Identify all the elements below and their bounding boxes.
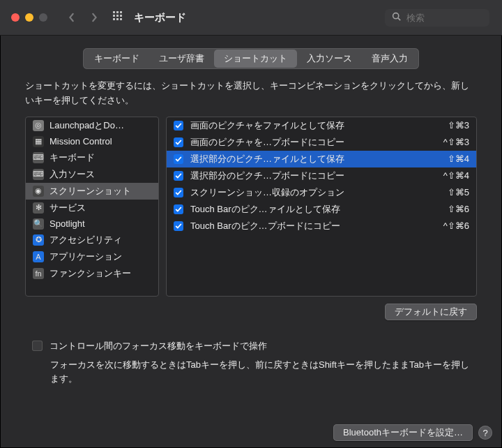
shortcut-checkbox[interactable] <box>174 137 183 147</box>
shortcut-label: 画面のピクチャを…プボードにコピー <box>190 136 436 149</box>
shortcut-keys[interactable]: ⇧⌘5 <box>448 187 469 197</box>
sidebar-item-mission[interactable]: ▦Mission Control <box>26 134 158 149</box>
svg-rect-1 <box>116 11 119 13</box>
shortcut-keys[interactable]: ^⇧⌘4 <box>443 170 469 181</box>
shortcut-label: 画面のピクチャをファイルとして保存 <box>190 119 441 132</box>
shortcut-row[interactable]: Touch Barのピク…ァイルとして保存⇧⌘6 <box>167 201 476 218</box>
services-icon: ✻ <box>33 202 44 214</box>
sidebar-item-label: ファンクションキー <box>50 267 131 280</box>
tab-strip: キーボードユーザ辞書ショートカット入力ソース音声入力 <box>0 36 502 79</box>
svg-rect-0 <box>113 11 115 13</box>
input-src-icon: ⌨ <box>33 169 44 180</box>
category-sidebar[interactable]: ◎LaunchpadとDo…▦Mission Control⌨キーボード⌨入力ソ… <box>25 117 159 297</box>
launchpad-icon: ◎ <box>33 120 44 131</box>
fn-icon: fn <box>33 268 44 279</box>
svg-rect-2 <box>120 11 122 13</box>
instructions-text: ショートカットを変更するには、ショートカットを選択し、キーコンビネーションをクリ… <box>0 79 502 117</box>
svg-line-10 <box>398 18 400 20</box>
tab-2[interactable]: ショートカット <box>214 50 297 68</box>
svg-rect-6 <box>113 18 115 20</box>
shortcut-row[interactable]: 画面のピクチャをファイルとして保存⇧⌘3 <box>167 117 476 134</box>
svg-rect-4 <box>116 15 119 17</box>
sidebar-item-screenshot[interactable]: ◉スクリーンショット <box>26 183 158 200</box>
svg-rect-8 <box>120 18 122 20</box>
sidebar-item-fn[interactable]: fnファンクションキー <box>26 265 158 282</box>
forward-button[interactable] <box>89 13 99 22</box>
shortcut-checkbox[interactable] <box>174 188 183 197</box>
help-button[interactable]: ? <box>478 426 492 440</box>
sidebar-item-apps[interactable]: Aアプリケーション <box>26 248 158 265</box>
svg-rect-7 <box>116 18 119 20</box>
screenshot-icon: ◉ <box>33 186 44 197</box>
sidebar-item-label: 入力ソース <box>50 168 95 181</box>
shortcut-label: 選択部分のピクチ…ァイルとして保存 <box>190 153 441 165</box>
svg-rect-3 <box>113 15 115 17</box>
shortcut-checkbox[interactable] <box>174 204 183 214</box>
titlebar: キーボード <box>0 0 502 36</box>
shortcut-label: 選択部分のピクチ…プボードにコピー <box>190 170 436 182</box>
shortcut-keys[interactable]: ^⇧⌘6 <box>443 221 469 231</box>
sidebar-item-label: アクセシビリティ <box>50 234 122 246</box>
back-button[interactable] <box>67 13 77 22</box>
shortcut-label: Touch Barのピク…ァイルとして保存 <box>190 203 441 216</box>
sidebar-item-keyboard[interactable]: ⌨キーボード <box>26 149 158 166</box>
tab-4[interactable]: 音声入力 <box>362 50 418 68</box>
shortcut-label: Touch Barのピク…プボードにコピー <box>190 220 436 232</box>
shortcut-keys[interactable]: ⇧⌘6 <box>448 204 469 214</box>
bluetooth-keyboard-button[interactable]: Bluetoothキーボードを設定… <box>333 424 473 441</box>
restore-defaults-button[interactable]: デフォルトに戻す <box>385 304 477 320</box>
page-title: キーボード <box>134 11 186 24</box>
shortcut-row[interactable]: 選択部分のピクチ…ァイルとして保存⇧⌘4 <box>167 151 476 167</box>
shortcut-checkbox[interactable] <box>174 171 183 181</box>
search-icon <box>392 12 401 23</box>
sidebar-item-label: スクリーンショット <box>50 185 131 197</box>
tab-3[interactable]: 入力ソース <box>297 50 362 68</box>
close-icon[interactable] <box>11 13 20 22</box>
sidebar-item-input-src[interactable]: ⌨入力ソース <box>26 166 158 183</box>
shortcut-keys[interactable]: ⇧⌘3 <box>448 120 469 130</box>
shortcut-checkbox[interactable] <box>174 154 183 164</box>
keyboard-navigation-help: フォーカスを次に移動するときはTabキーを押し、前に戻すときはShiftキーを押… <box>32 352 470 387</box>
show-all-icon[interactable] <box>113 11 124 24</box>
sidebar-item-launchpad[interactable]: ◎LaunchpadとDo… <box>26 117 158 134</box>
keyboard-navigation-checkbox[interactable]: コントロール間のフォーカス移動をキーボードで操作 <box>32 340 470 352</box>
sidebar-item-label: LaunchpadとDo… <box>50 119 124 132</box>
sidebar-item-label: アプリケーション <box>50 251 122 263</box>
sidebar-item-label: キーボード <box>50 151 95 164</box>
svg-point-9 <box>393 13 399 19</box>
sidebar-item-label: Mission Control <box>50 136 112 147</box>
window-controls <box>11 13 47 22</box>
shortcut-checkbox[interactable] <box>174 121 183 130</box>
tab-1[interactable]: ユーザ辞書 <box>149 50 214 68</box>
keyboard-navigation-label: コントロール間のフォーカス移動をキーボードで操作 <box>50 340 267 352</box>
shortcut-list[interactable]: 画面のピクチャをファイルとして保存⇧⌘3画面のピクチャを…プボードにコピー^⇧⌘… <box>166 117 477 297</box>
shortcut-keys[interactable]: ⇧⌘4 <box>448 154 469 164</box>
search-field[interactable] <box>385 9 489 27</box>
shortcut-checkbox[interactable] <box>174 221 183 231</box>
sidebar-item-services[interactable]: ✻サービス <box>26 200 158 216</box>
search-input[interactable] <box>405 12 482 24</box>
shortcut-keys[interactable]: ^⇧⌘3 <box>443 137 469 147</box>
spotlight-icon: 🔍 <box>33 218 44 230</box>
zoom-icon[interactable] <box>39 13 47 22</box>
sidebar-item-a11y[interactable]: ✪アクセシビリティ <box>26 232 158 248</box>
minimize-icon[interactable] <box>25 13 33 22</box>
shortcut-row[interactable]: 選択部分のピクチ…プボードにコピー^⇧⌘4 <box>167 167 476 184</box>
tab-0[interactable]: キーボード <box>84 50 149 68</box>
shortcut-row[interactable]: 画面のピクチャを…プボードにコピー^⇧⌘3 <box>167 134 476 151</box>
shortcut-label: スクリーンショッ…収録のオプション <box>190 186 441 199</box>
sidebar-item-label: サービス <box>50 202 86 214</box>
keyboard-prefs-window: キーボード キーボードユーザ辞書ショートカット入力ソース音声入力 ショートカット… <box>0 0 502 448</box>
keyboard-icon: ⌨ <box>33 152 44 163</box>
sidebar-item-spotlight[interactable]: 🔍Spotlight <box>26 216 158 232</box>
checkbox-icon <box>32 341 43 351</box>
apps-icon: A <box>33 251 44 262</box>
mission-icon: ▦ <box>33 136 44 147</box>
shortcut-row[interactable]: スクリーンショッ…収録のオプション⇧⌘5 <box>167 184 476 201</box>
a11y-icon: ✪ <box>33 234 44 246</box>
shortcut-row[interactable]: Touch Barのピク…プボードにコピー^⇧⌘6 <box>167 218 476 234</box>
svg-rect-5 <box>120 15 122 17</box>
sidebar-item-label: Spotlight <box>50 218 85 229</box>
